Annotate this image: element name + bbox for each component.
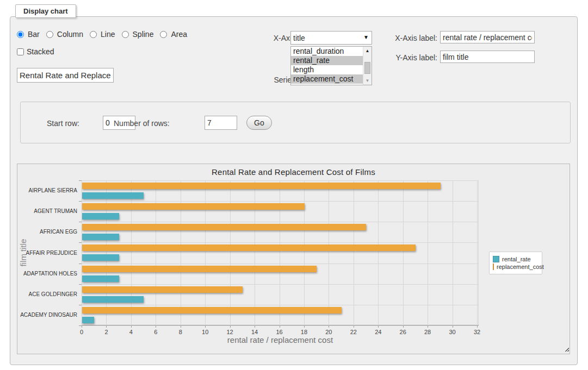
x-axis-tick (181, 325, 181, 328)
chart-bar-rental-rate[interactable] (82, 317, 94, 323)
chart-bar-replacement-cost[interactable] (82, 307, 342, 313)
chart-bar-rental-rate[interactable] (82, 213, 119, 220)
chart-type-label-column: Column (57, 30, 83, 39)
series-select-label: Series: (239, 76, 298, 84)
x-tick-label: 0 (73, 329, 90, 335)
x-tick-label: 10 (197, 329, 213, 335)
stacked-row: Stacked (17, 47, 54, 56)
gridline (255, 180, 255, 325)
x-axis-tick (453, 325, 453, 328)
stacked-label: Stacked (27, 47, 54, 56)
chart-type-radio-column[interactable] (46, 31, 53, 38)
chart-title-input[interactable] (17, 68, 114, 83)
x-axis-label-field-label: X-Axis label: (372, 34, 437, 42)
y-axis-label-field-label: Y-Axis label: (372, 53, 437, 62)
gridline (403, 180, 404, 325)
gridline (131, 180, 132, 325)
scroll-down-icon[interactable]: ▼ (363, 77, 372, 85)
chart-type-radio-group: Bar Column Line Spline Area (17, 30, 191, 39)
legend-item-rental-rate[interactable]: rental_rate (493, 256, 539, 262)
gridline (428, 180, 428, 325)
chart-type-radio-bar[interactable] (17, 31, 24, 38)
scroll-up-icon[interactable]: ▲ (363, 47, 372, 55)
x-tick-label: 2 (98, 329, 114, 335)
gridline (453, 180, 453, 325)
category-label: AGENT TRUMAN (17, 208, 77, 214)
gridline (82, 264, 479, 264)
num-rows-label: Number of rows: (114, 119, 202, 128)
gridline (82, 180, 82, 325)
y-axis-tick (79, 180, 82, 181)
chart-type-label-spline: Spline (133, 30, 154, 39)
scrollbar-thumb[interactable] (364, 62, 370, 74)
gridline (378, 180, 379, 325)
x-axis-tick (82, 325, 82, 328)
x-tick-label: 6 (147, 329, 164, 335)
x-tick-label: 22 (345, 329, 362, 335)
gridline (230, 180, 231, 325)
y-axis-tick (79, 201, 82, 202)
x-axis-tick (131, 325, 132, 328)
display-chart-fieldset: Bar Column Line Spline Area Stacked X-Ax… (10, 16, 578, 365)
plot-right-border (478, 180, 479, 325)
row-range-panel: Start row: Number of rows: Go (20, 102, 571, 143)
x-axis-select-label: X-Axis: (239, 34, 298, 42)
gridline (280, 180, 280, 325)
chart-type-radio-line[interactable] (90, 31, 97, 38)
x-axis-tick (304, 325, 305, 328)
x-tick-label: 16 (271, 329, 288, 335)
chart-bar-replacement-cost[interactable] (82, 203, 305, 210)
y-axis-tick (79, 242, 82, 243)
chart-bar-rental-rate[interactable] (82, 296, 144, 303)
stacked-checkbox[interactable] (17, 48, 24, 55)
series-option-rental-rate[interactable]: rental_rate (291, 56, 363, 65)
gridline (106, 180, 107, 325)
series-listbox[interactable]: rental_duration rental_rate length repla… (290, 46, 372, 85)
series-option-replacement-cost[interactable]: replacement_cost (291, 74, 363, 84)
chart-bar-rental-rate[interactable] (82, 234, 119, 240)
chart-bar-replacement-cost[interactable] (82, 224, 366, 230)
chart-bar-rental-rate[interactable] (82, 192, 144, 199)
x-axis-select-wrap: title ▼ (290, 31, 372, 45)
chart-bar-replacement-cost[interactable] (82, 266, 317, 272)
series-scrollbar[interactable]: ▲ ▼ (363, 47, 372, 85)
gridline (82, 284, 479, 285)
chart-bar-replacement-cost[interactable] (82, 286, 243, 293)
display-chart-tab: Display chart (15, 4, 76, 18)
chart-type-radio-area[interactable] (160, 31, 167, 38)
chart-bar-rental-rate[interactable] (82, 254, 119, 261)
category-label: ACE GOLDFINGER (17, 291, 77, 297)
x-tick-label: 20 (320, 329, 337, 335)
legend-swatch-replacement-cost (493, 264, 494, 270)
chart-type-radio-spline[interactable] (122, 31, 129, 38)
y-axis-tick (79, 305, 82, 305)
x-tick-label: 24 (370, 329, 386, 335)
x-tick-label: 4 (123, 329, 139, 335)
x-axis-tick (378, 325, 379, 328)
chart-type-label-area: Area (171, 30, 187, 39)
num-rows-input[interactable] (205, 116, 237, 130)
category-label: AIRPLANE SIERRA (17, 187, 77, 193)
y-axis-label-input[interactable] (440, 51, 535, 63)
series-option-length[interactable]: length (291, 65, 363, 74)
chart-type-label-line: Line (101, 30, 115, 39)
chart-plot-area (82, 180, 479, 325)
go-button[interactable]: Go (246, 116, 272, 130)
x-axis-tick (205, 325, 206, 328)
series-options: rental_duration rental_rate length repla… (291, 47, 363, 85)
chart-bar-replacement-cost[interactable] (82, 183, 441, 189)
page: Display chart Bar Column Line Spline Are… (0, 0, 588, 370)
legend-item-replacement-cost[interactable]: replacement_cost (493, 264, 539, 270)
gridline (82, 325, 479, 326)
gridline (304, 180, 305, 325)
x-axis-label-input[interactable] (440, 31, 535, 43)
y-axis-tick (79, 264, 82, 264)
resize-handle-icon[interactable] (564, 346, 569, 352)
gridline (82, 242, 479, 243)
series-option-rental-duration[interactable]: rental_duration (291, 47, 363, 56)
legend-swatch-rental-rate (493, 256, 499, 262)
chart-bar-replacement-cost[interactable] (82, 244, 416, 251)
x-axis-tick (106, 325, 107, 328)
x-axis-select[interactable]: title (290, 31, 372, 45)
chart-bar-rental-rate[interactable] (82, 275, 119, 282)
